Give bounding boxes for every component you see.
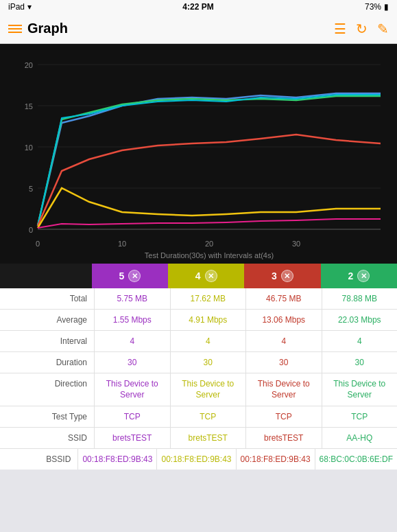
row-cell: 1.55 Mbps bbox=[95, 310, 171, 330]
row-cell: AA-HQ bbox=[322, 428, 398, 448]
close-yellow-icon: ✕ bbox=[208, 272, 214, 281]
table-row: Test TypeTCPTCPTCPTCP bbox=[0, 406, 397, 428]
row-cell: This Device toServer bbox=[171, 373, 247, 406]
table-row: Interval4444 bbox=[0, 331, 397, 352]
svg-text:10: 10 bbox=[118, 240, 126, 248]
table-row: BSSID00:18:F8:ED:9B:4300:18:F8:ED:9B:430… bbox=[0, 449, 397, 470]
svg-text:10: 10 bbox=[25, 143, 33, 152]
legend-green: 2 ✕ bbox=[321, 264, 397, 288]
status-bar: iPad ▾ 4:22 PM 73% ▮ bbox=[0, 0, 397, 14]
svg-text:Test Duration(30s) with Interv: Test Duration(30s) with Intervals at(4s) bbox=[145, 251, 274, 259]
legend-red: 3 ✕ bbox=[244, 264, 320, 288]
nav-right: ☰ ↻ ✎ bbox=[334, 21, 389, 37]
table-row: SSIDbretsTESTbretsTESTbretsTESTAA-HQ bbox=[0, 428, 397, 449]
table-row: Duration30303030 bbox=[0, 352, 397, 373]
row-cell: TCP bbox=[322, 406, 398, 427]
row-cell: 68:BC:0C:0B:6E:DF bbox=[315, 449, 397, 470]
close-red-button[interactable]: ✕ bbox=[281, 270, 293, 282]
row-label: Average bbox=[0, 310, 95, 330]
row-cell: 30 bbox=[95, 352, 171, 373]
chart-svg: Speed in Mbps 0 5 10 15 20 0 10 20 30 bbox=[0, 44, 397, 264]
row-cell: 4 bbox=[171, 331, 247, 351]
row-cell: 46.75 MB bbox=[246, 288, 322, 309]
row-cell: 78.88 MB bbox=[322, 288, 398, 309]
svg-text:20: 20 bbox=[205, 240, 213, 248]
row-label: Interval bbox=[0, 331, 95, 351]
status-right: 73% ▮ bbox=[365, 2, 389, 12]
table-row: DirectionThis Device toServerThis Device… bbox=[0, 373, 397, 406]
refresh-icon[interactable]: ↻ bbox=[356, 21, 368, 37]
chart-area: Speed in Mbps 0 5 10 15 20 0 10 20 30 bbox=[0, 44, 397, 264]
svg-text:20: 20 bbox=[25, 61, 33, 69]
row-label: Duration bbox=[0, 352, 95, 373]
row-cell: 00:18:F8:ED:9B:43 bbox=[237, 449, 315, 470]
row-label: Test Type bbox=[0, 406, 95, 427]
nav-left: Graph bbox=[8, 21, 68, 36]
row-cell: 30 bbox=[171, 352, 247, 373]
legend-row: 5 ✕ 4 ✕ 3 ✕ 2 ✕ bbox=[0, 264, 397, 288]
nav-bar: Graph ☰ ↻ ✎ bbox=[0, 14, 397, 44]
svg-text:0: 0 bbox=[29, 226, 33, 234]
table-row: Total5.75 MB17.62 MB46.75 MB78.88 MB bbox=[0, 288, 397, 310]
svg-text:15: 15 bbox=[25, 102, 33, 111]
row-cell: bretsTEST bbox=[246, 428, 322, 448]
svg-text:5: 5 bbox=[29, 185, 33, 193]
battery-icon: ▮ bbox=[384, 2, 389, 12]
row-cell: This Device toServer bbox=[322, 373, 398, 406]
close-purple-icon: ✕ bbox=[132, 272, 138, 281]
page-title: Graph bbox=[27, 21, 68, 36]
table-row: Average1.55 Mbps4.91 Mbps13.06 Mbps22.03… bbox=[0, 310, 397, 331]
legend-purple-number: 5 bbox=[119, 270, 124, 281]
row-cell: 4 bbox=[95, 331, 171, 351]
row-cell: TCP bbox=[171, 406, 247, 427]
data-table: Total5.75 MB17.62 MB46.75 MB78.88 MBAver… bbox=[0, 288, 397, 470]
legend-purple: 5 ✕ bbox=[92, 264, 168, 288]
row-cell: 00:18:F8:ED:9B:43 bbox=[78, 449, 157, 470]
svg-text:30: 30 bbox=[292, 240, 300, 248]
legend-yellow: 4 ✕ bbox=[168, 264, 244, 288]
device-label: iPad bbox=[8, 2, 25, 12]
row-cell: 5.75 MB bbox=[95, 288, 171, 309]
status-time: 4:22 PM bbox=[182, 2, 213, 12]
legend-yellow-number: 4 bbox=[195, 270, 201, 281]
close-yellow-button[interactable]: ✕ bbox=[205, 270, 217, 282]
row-cell: 30 bbox=[246, 352, 322, 373]
row-cell: 4 bbox=[322, 331, 398, 351]
legend-green-number: 2 bbox=[348, 270, 353, 281]
close-green-icon: ✕ bbox=[361, 272, 367, 281]
row-cell: 22.03 Mbps bbox=[322, 310, 398, 330]
row-cell: 17.62 MB bbox=[171, 288, 247, 309]
legend-red-number: 3 bbox=[272, 270, 277, 281]
row-cell: This Device toServer bbox=[95, 373, 171, 406]
list-icon[interactable]: ☰ bbox=[334, 21, 346, 37]
row-cell: TCP bbox=[246, 406, 322, 427]
row-cell: 30 bbox=[322, 352, 398, 373]
close-green-button[interactable]: ✕ bbox=[357, 270, 370, 282]
row-cell: bretsTEST bbox=[171, 428, 247, 448]
menu-button[interactable] bbox=[8, 25, 22, 33]
row-label: Direction bbox=[0, 373, 95, 406]
battery-label: 73% bbox=[365, 2, 381, 12]
row-cell: This Device toServer bbox=[246, 373, 322, 406]
close-purple-button[interactable]: ✕ bbox=[128, 270, 141, 282]
row-cell: bretsTEST bbox=[95, 428, 171, 448]
row-cell: 00:18:F8:ED:9B:43 bbox=[157, 449, 236, 470]
row-label: Total bbox=[0, 288, 95, 309]
legend-black bbox=[0, 264, 92, 288]
svg-text:0: 0 bbox=[36, 240, 40, 248]
close-red-icon: ✕ bbox=[284, 272, 290, 281]
row-cell: 4.91 Mbps bbox=[171, 310, 247, 330]
wifi-icon: ▾ bbox=[27, 2, 32, 12]
row-label: SSID bbox=[0, 428, 95, 448]
status-left: iPad ▾ bbox=[8, 2, 32, 12]
svg-rect-0 bbox=[0, 44, 397, 264]
row-cell: TCP bbox=[95, 406, 171, 427]
edit-icon[interactable]: ✎ bbox=[377, 21, 389, 37]
row-cell: 4 bbox=[246, 331, 322, 351]
row-label: BSSID bbox=[0, 449, 78, 470]
row-cell: 13.06 Mbps bbox=[246, 310, 322, 330]
